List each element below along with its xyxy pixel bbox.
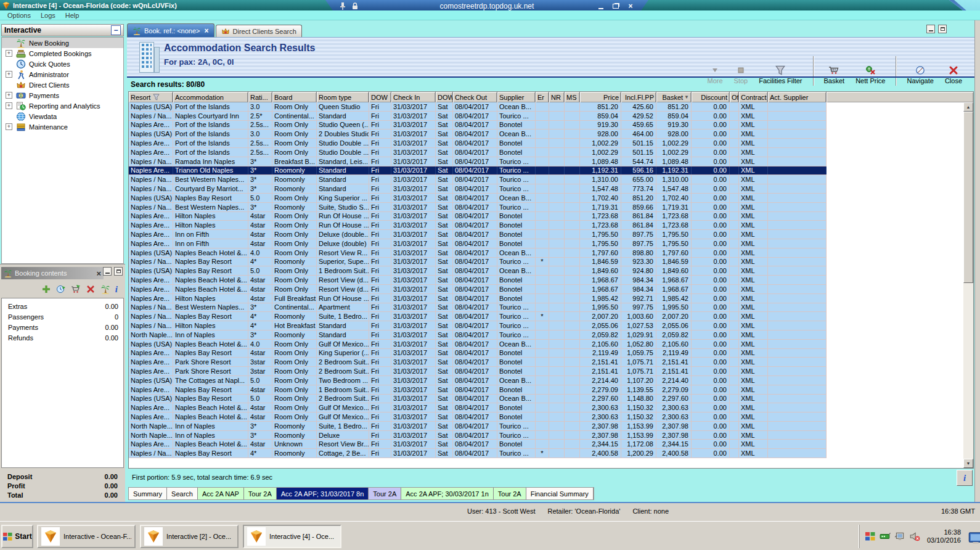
result-row[interactable]: Naples Are...Port of the Islands2.5s...R… (129, 121, 827, 130)
result-row[interactable]: Naples Are...Hilton Naples4starRoom Only… (129, 212, 827, 221)
result-row[interactable]: Naples / Na...Best Western Naples...3*Ro… (129, 203, 827, 212)
taskbar-window-interactive-2-oce[interactable]: Interactive [2] - Oce... (140, 525, 239, 548)
sidebar-item-new-booking[interactable]: New Booking (2, 38, 123, 48)
column-header-dow-in[interactable]: DOW (369, 92, 391, 102)
bottom-tab-search[interactable]: Search (167, 488, 198, 499)
tab-book-ref-none[interactable]: Book. ref.: <none>× (127, 23, 214, 37)
sidebar-item-payments[interactable]: +Payments (2, 90, 123, 101)
quick-quote-icon[interactable] (56, 284, 66, 294)
column-header-incl-fl-pp[interactable]: Incl.Fl.PP (621, 92, 656, 102)
menu-logs[interactable]: Logs (36, 12, 60, 19)
result-row[interactable]: Naples / Na...Best Western Naples...3*Co… (129, 303, 827, 313)
bottom-tab-acc-2a-nap[interactable]: Acc 2A NAP (198, 488, 244, 499)
vertical-scrollbar[interactable]: ▲ ▼ (963, 102, 973, 468)
result-row[interactable]: Naples / Na...Naples Bay Resort4*Roomonl… (129, 312, 827, 321)
result-row[interactable]: Naples (USA)Port of the Islands3.0Room O… (129, 102, 827, 112)
column-header-rating[interactable]: Rati... (248, 92, 272, 102)
taskbar-window-interactive-4-oce[interactable]: Interactive [4] - Oce... (243, 525, 341, 548)
result-row[interactable]: Naples (USA)Naples Bay Resort5.0Room Onl… (129, 266, 827, 276)
add-icon[interactable] (41, 284, 51, 294)
column-header-accommodation[interactable]: Accommodation (173, 92, 248, 102)
result-row[interactable]: Naples Are...Naples Beach Hotel &...4sta… (129, 412, 827, 422)
bottom-tab-tour-2a[interactable]: Tour 2A (494, 488, 526, 499)
network-icon[interactable] (880, 531, 891, 542)
result-row[interactable]: Naples Are...Hilton Naples4starRoom Only… (129, 221, 827, 230)
booking-contents-maximize-button[interactable] (114, 267, 123, 276)
result-row[interactable]: Naples Are...Park Shore Resort3starRoom … (129, 367, 827, 376)
result-row[interactable]: Naples / Na...Naples Courtyard Inn2.5*Co… (129, 112, 827, 121)
column-header-dow-out[interactable]: DOW (436, 92, 453, 102)
result-row[interactable]: Naples Are...Naples Beach Hotel &...4sta… (129, 403, 827, 412)
sidebar-item-reporting-and-analytics[interactable]: +Reporting and Analytics (2, 101, 123, 111)
computer-icon[interactable] (894, 531, 905, 542)
booking-contents-close-icon[interactable]: × (96, 269, 101, 278)
result-row[interactable]: Naples Are...Naples Bay Resort4starRoom … (129, 385, 827, 395)
result-row[interactable]: Naples Are...Trianon Old Naples3*Roomonl… (129, 166, 827, 176)
sidebar-item-maintenance[interactable]: +Maintenance (2, 121, 123, 132)
info-icon[interactable]: i (115, 285, 118, 294)
tab-direct-clients-search[interactable]: Direct Clients Search (216, 25, 302, 37)
expand-toggle[interactable]: + (6, 71, 12, 78)
column-header-ms[interactable]: MS (565, 92, 580, 102)
sidebar-collapse-button[interactable]: − (111, 25, 121, 35)
result-row[interactable]: Naples Are...Park Shore Resort3starRoom … (129, 358, 827, 367)
rdp-restore-button[interactable] (611, 2, 620, 10)
delete-icon[interactable] (86, 284, 96, 294)
column-header-check-out[interactable]: Check Out (453, 92, 497, 102)
result-row[interactable]: Naples (USA)Naples Bay Resort5.0Room Onl… (129, 395, 827, 404)
pin-icon[interactable] (339, 2, 346, 10)
booking-contents-minimize-button[interactable] (103, 267, 112, 276)
bottom-tab-financial-summary[interactable]: Financial Summary (526, 488, 594, 499)
expand-toggle[interactable]: + (6, 50, 12, 57)
column-header-er[interactable]: Er (536, 92, 549, 102)
result-row[interactable]: Naples (USA)Port of the Islands3.0Room O… (129, 129, 827, 139)
result-row[interactable]: North Naple...Inn of Naples3*RoomonlyDel… (129, 431, 827, 440)
result-row[interactable]: Naples Are...Inn on Fifth4starRoom OnlyD… (129, 230, 827, 239)
bottom-tab-acc-2a-apf-30-03-2017-1n[interactable]: Acc 2A APF; 30/03/2017 1n (401, 488, 494, 499)
result-row[interactable]: Naples Are...Port of the Islands2.5s...R… (129, 139, 827, 148)
panel-maximize-button[interactable] (938, 25, 947, 33)
result-row[interactable]: Naples (USA)The Cottages at Napl...5.0Ro… (129, 376, 827, 385)
result-row[interactable]: Naples Are...Naples Beach Hotel &...4sta… (129, 440, 827, 449)
expand-toggle[interactable]: + (6, 123, 12, 130)
column-header-basket[interactable]: Basket▼ (656, 92, 692, 102)
result-row[interactable]: Naples / Na...Hilton Naples4*Hot Breakfa… (129, 321, 827, 330)
menu-options[interactable]: Options (2, 12, 36, 19)
monitor-icon[interactable] (968, 531, 979, 542)
taskbar-window-interactive-ocean-f[interactable]: Interactive - Ocean-F... (37, 525, 136, 548)
result-row[interactable]: North Naple...Inn of Naples3*RoomonlySta… (129, 330, 827, 340)
windows-icon[interactable] (865, 531, 876, 542)
close-button[interactable]: Close (941, 64, 966, 86)
expand-toggle[interactable]: + (6, 102, 12, 109)
start-button[interactable]: Start (1, 525, 33, 548)
scroll-down-button[interactable]: ▼ (963, 459, 973, 468)
column-header-supplier[interactable]: Supplier (497, 92, 536, 102)
column-header-act-supplier[interactable]: Act. Supplier (768, 92, 827, 102)
navigate-button[interactable]: Navigate (902, 64, 937, 86)
panel-minimize-button[interactable] (926, 25, 935, 33)
column-header-of[interactable]: Of (730, 92, 739, 102)
tab-close-icon[interactable]: × (205, 27, 209, 35)
volume-muted-icon[interactable] (909, 531, 920, 542)
result-row[interactable]: Naples / Na...Naples Bay Resort4*Roomonl… (129, 449, 827, 458)
expand-toggle[interactable]: + (6, 92, 12, 99)
sidebar-item-direct-clients[interactable]: Direct Clients (2, 80, 123, 90)
sidebar-item-administrator[interactable]: +Administrator (2, 69, 123, 80)
filter-icon[interactable] (153, 94, 160, 101)
column-header-room-type[interactable]: Room type (317, 92, 369, 102)
more-button[interactable]: More (703, 64, 727, 86)
scroll-up-button[interactable]: ▲ (963, 102, 973, 112)
result-row[interactable]: Naples / Na...Best Western Naples...3*Ro… (129, 175, 827, 184)
sidebar-item-quick-quotes[interactable]: Quick Quotes (2, 59, 123, 69)
column-header-contract[interactable]: Contract (739, 92, 768, 102)
sidebar-item-viewdata[interactable]: Viewdata (2, 111, 123, 121)
stop-button[interactable]: Stop (730, 64, 753, 86)
result-row[interactable]: Naples Are...Hilton Naples4starFull Brea… (129, 294, 827, 303)
column-header-discount[interactable]: Discount (692, 92, 730, 102)
column-header-board[interactable]: Board (272, 92, 317, 102)
result-row[interactable]: Naples Are...Naples Beach Hotel &...4sta… (129, 285, 827, 294)
result-row[interactable]: North Naple...Inn of Naples3*RoomonlySui… (129, 422, 827, 431)
accommodation-icon[interactable] (100, 284, 110, 294)
result-row[interactable]: Naples / Na...Naples Bay Resort4*Roomonl… (129, 258, 827, 267)
result-row[interactable]: Naples / Na...Ramada Inn Naples3*Breakfa… (129, 157, 827, 166)
